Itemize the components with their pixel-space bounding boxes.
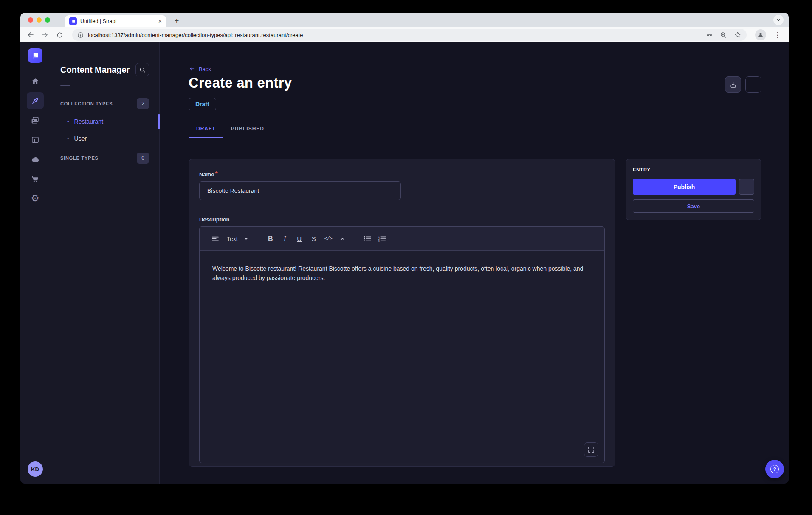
main-content: Back Create an entry ⋯ Draft DRAFT PUBLI… — [160, 42, 789, 484]
browser-toolbar: localhost:1337/admin/content-manager/col… — [20, 27, 789, 42]
tab-title: Untitled | Strapi — [80, 18, 155, 24]
browser-menu-icon[interactable]: ⋮ — [772, 31, 783, 40]
single-types-section: SINGLE TYPES 0 — [60, 152, 149, 164]
zoom-icon[interactable] — [720, 31, 727, 39]
description-field-label: Description — [199, 216, 230, 223]
entry-form-card: Name* Description Text — [189, 159, 615, 467]
back-link[interactable]: Back — [189, 65, 211, 72]
sidebar-item-label: User — [74, 135, 87, 142]
bookmark-star-icon[interactable] — [734, 31, 742, 39]
collection-types-label: COLLECTION TYPES — [60, 101, 113, 106]
strikethrough-button[interactable]: S — [307, 232, 321, 246]
single-types-label: SINGLE TYPES — [60, 156, 99, 161]
omnibox-actions — [705, 31, 742, 39]
export-download-button[interactable] — [725, 76, 741, 93]
save-button[interactable]: Save — [633, 199, 754, 213]
url-text[interactable]: localhost:1337/admin/content-manager/col… — [88, 32, 701, 38]
bullet-icon: • — [67, 136, 69, 142]
svg-text:1: 1 — [378, 236, 380, 238]
entry-card: ENTRY Publish ⋯ Save — [626, 159, 761, 220]
new-tab-button[interactable]: + — [171, 15, 182, 26]
numbered-list-button[interactable]: 123 — [375, 232, 389, 246]
browser-window: Untitled | Strapi × + localhost:1337/adm… — [20, 13, 789, 484]
strapi-app: ⚙ KD Content Manager COLLECTION TYPES 2 — [20, 42, 789, 484]
browser-tab[interactable]: Untitled | Strapi × — [65, 15, 166, 27]
description-text[interactable]: Welcome to Biscotte restaurant! Restaura… — [212, 264, 592, 283]
minimize-window-button[interactable] — [37, 17, 42, 23]
nav-content-manager-icon[interactable] — [27, 92, 44, 109]
user-avatar[interactable]: KD — [28, 461, 43, 477]
sidebar-item-restaurant[interactable]: • Restaurant — [60, 113, 149, 130]
code-button[interactable]: </> — [321, 232, 336, 246]
back-arrow-icon — [189, 65, 195, 72]
url-bar[interactable]: localhost:1337/admin/content-manager/col… — [72, 29, 747, 41]
content-manager-sidebar: Content Manager COLLECTION TYPES 2 • Res… — [50, 42, 160, 484]
tab-search-chevron-icon[interactable] — [773, 15, 784, 25]
bold-button[interactable]: B — [263, 232, 278, 246]
forward-icon[interactable] — [41, 31, 49, 39]
help-button[interactable]: ? — [765, 460, 784, 478]
expand-editor-button[interactable] — [584, 442, 598, 457]
underline-button[interactable]: U — [292, 232, 307, 246]
name-input[interactable] — [199, 181, 401, 200]
browser-profile-avatar[interactable] — [755, 29, 766, 40]
nav-divider — [26, 68, 44, 68]
tab-published[interactable]: PUBLISHED — [223, 120, 272, 138]
draft-published-tabs: DRAFT PUBLISHED — [189, 120, 761, 138]
italic-button[interactable]: I — [278, 232, 292, 246]
browser-tabstrip: Untitled | Strapi × + — [20, 13, 789, 27]
strapi-favicon-icon — [69, 17, 77, 25]
sidebar-item-label: Restaurant — [74, 118, 103, 125]
entry-more-button[interactable]: ⋯ — [739, 179, 754, 195]
sidebar-title: Content Manager — [60, 65, 130, 75]
editor-content[interactable]: Welcome to Biscotte restaurant! Restaura… — [200, 251, 604, 296]
publish-button[interactable]: Publish — [633, 179, 736, 195]
bulleted-list-button[interactable] — [361, 232, 375, 246]
sidebar-item-user[interactable]: • User — [60, 130, 149, 147]
entry-panel-title: ENTRY — [633, 167, 754, 172]
required-asterisk: * — [215, 170, 217, 178]
page-title: Create an entry — [189, 75, 292, 91]
zoom-window-button[interactable] — [45, 17, 50, 23]
main-nav: ⚙ KD — [20, 42, 50, 484]
status-badge: Draft — [189, 98, 216, 110]
sidebar-divider — [60, 85, 70, 86]
collection-types-section: COLLECTION TYPES 2 • Restaurant • User — [60, 98, 149, 147]
bullet-icon: • — [67, 119, 69, 125]
single-types-count-badge: 0 — [137, 153, 149, 164]
chevron-down-icon — [244, 237, 248, 241]
toolbar-separator — [355, 233, 355, 244]
question-mark-icon: ? — [770, 465, 779, 473]
name-field-label: Name — [199, 171, 214, 178]
window-controls — [28, 17, 50, 23]
editor-toolbar: Text B I U S </> — [200, 227, 604, 251]
strapi-logo-icon[interactable] — [28, 48, 42, 63]
link-button[interactable] — [336, 232, 350, 246]
paragraph-align-icon[interactable] — [208, 232, 223, 246]
close-window-button[interactable] — [28, 17, 33, 23]
nav-footer: KD — [20, 456, 50, 484]
text-style-value: Text — [227, 235, 238, 242]
reload-icon[interactable] — [55, 31, 64, 39]
tab-close-icon[interactable]: × — [158, 18, 162, 25]
nav-home-icon[interactable] — [27, 73, 44, 90]
back-icon[interactable] — [26, 31, 35, 39]
toolbar-separator — [258, 233, 258, 244]
nav-deploy-cloud-icon[interactable] — [27, 151, 44, 168]
nav-settings-gear-icon[interactable]: ⚙ — [27, 190, 44, 207]
text-style-dropdown[interactable]: Text — [223, 235, 253, 242]
nav-media-library-icon[interactable] — [27, 112, 44, 129]
more-options-button[interactable]: ⋯ — [745, 76, 761, 93]
nav-content-type-builder-icon[interactable] — [27, 131, 44, 148]
nav-footer-divider — [20, 456, 50, 456]
collection-types-count-badge: 2 — [137, 98, 149, 109]
rich-text-editor: Text B I U S </> — [199, 226, 605, 463]
back-label: Back — [199, 66, 211, 72]
svg-text:3: 3 — [378, 240, 380, 241]
search-button[interactable] — [135, 63, 149, 76]
password-key-icon[interactable] — [705, 31, 713, 39]
nav-marketplace-cart-icon[interactable] — [27, 170, 44, 187]
site-info-icon[interactable] — [77, 32, 84, 38]
entry-sidebar: ENTRY Publish ⋯ Save — [626, 159, 761, 220]
tab-draft[interactable]: DRAFT — [189, 120, 223, 138]
